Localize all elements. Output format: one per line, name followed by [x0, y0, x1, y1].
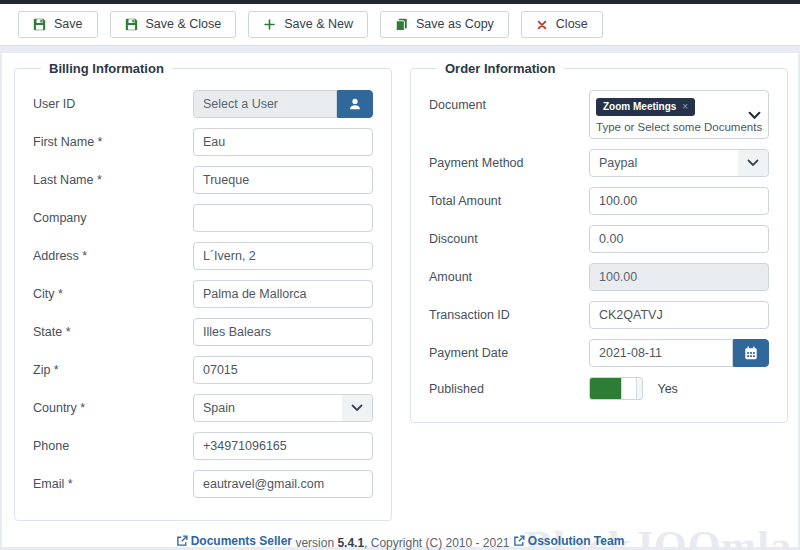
total-amount-row: Total Amount: [429, 187, 769, 215]
document-placeholder: Type or Select some Documents: [596, 121, 762, 133]
first-name-input[interactable]: [193, 128, 373, 156]
transaction-id-row: Transaction ID: [429, 301, 769, 329]
transaction-id-label: Transaction ID: [429, 308, 589, 322]
billing-panel: Billing Information User ID First Name *…: [14, 61, 392, 521]
external-link-icon: [513, 535, 525, 547]
document-tag: Zoom Meetings ×: [596, 98, 695, 116]
published-value: Yes: [657, 382, 677, 396]
close-icon: [536, 19, 548, 31]
documents-seller-link-label: Documents Seller: [191, 534, 292, 548]
order-panel: Order Information Document Zoom Meetings…: [410, 61, 788, 423]
document-multiselect[interactable]: Zoom Meetings × Type or Select some Docu…: [589, 90, 769, 139]
chevron-down-icon: [748, 111, 761, 120]
save-new-button[interactable]: Save & New: [248, 11, 368, 38]
user-icon: [348, 97, 362, 111]
main-content: Billing Information User ID First Name *…: [2, 53, 798, 547]
city-label: City *: [33, 287, 193, 301]
phone-label: Phone: [33, 439, 193, 453]
order-legend: Order Information: [437, 61, 564, 76]
phone-input[interactable]: [193, 432, 373, 460]
plus-icon: [263, 18, 276, 31]
first-name-row: First Name *: [33, 128, 373, 156]
published-row: Published Yes: [429, 377, 769, 400]
user-id-row: User ID: [33, 90, 373, 118]
published-toggle[interactable]: [589, 377, 643, 400]
amount-input: [589, 263, 769, 291]
state-row: State *: [33, 318, 373, 346]
save-copy-button-label: Save as Copy: [416, 18, 494, 31]
save-icon: [33, 18, 46, 31]
transaction-id-input[interactable]: [589, 301, 769, 329]
billing-legend: Billing Information: [41, 61, 172, 76]
payment-date-label: Payment Date: [429, 346, 589, 360]
toolbar: Save Save & Close Save & New Save as Cop…: [0, 4, 800, 46]
address-input[interactable]: [193, 242, 373, 270]
total-amount-label: Total Amount: [429, 194, 589, 208]
zip-row: Zip *: [33, 356, 373, 384]
save-close-button-label: Save & Close: [146, 18, 222, 31]
toggle-knob: [621, 378, 637, 399]
footer: BlackJOOmla Documents Seller version 5.4…: [14, 530, 786, 550]
country-label: Country *: [33, 401, 193, 415]
toggle-on-segment: [590, 378, 621, 399]
zip-input[interactable]: [193, 356, 373, 384]
country-select[interactable]: Spain: [193, 394, 373, 422]
document-label: Document: [429, 90, 589, 112]
form-panels: Billing Information User ID First Name *…: [14, 61, 786, 521]
remove-tag-icon[interactable]: ×: [682, 102, 688, 112]
city-row: City *: [33, 280, 373, 308]
first-name-label: First Name *: [33, 135, 193, 149]
last-name-row: Last Name *: [33, 166, 373, 194]
discount-label: Discount: [429, 232, 589, 246]
email-row: Email *: [33, 470, 373, 498]
documents-seller-link[interactable]: Documents Seller: [176, 534, 292, 548]
select-user-button[interactable]: [337, 90, 373, 118]
company-input[interactable]: [193, 204, 373, 232]
chevron-down-icon: [738, 150, 768, 176]
state-label: State *: [33, 325, 193, 339]
footer-text: Documents Seller version 5.4.1, Copyrigh…: [14, 530, 786, 550]
footer-version-text: version: [295, 536, 334, 550]
amount-row: Amount: [429, 263, 769, 291]
close-button-label: Close: [556, 18, 588, 31]
state-input[interactable]: [193, 318, 373, 346]
city-input[interactable]: [193, 280, 373, 308]
company-label: Company: [33, 211, 193, 225]
address-row: Address *: [33, 242, 373, 270]
external-link-icon: [176, 535, 188, 547]
save-icon: [125, 18, 138, 31]
payment-method-row: Payment Method Paypal: [429, 149, 769, 177]
footer-version-number: 5.4.1: [337, 536, 364, 550]
company-row: Company: [33, 204, 373, 232]
save-button[interactable]: Save: [18, 11, 98, 38]
copy-icon: [395, 18, 408, 31]
payment-date-input[interactable]: [589, 339, 733, 367]
discount-row: Discount: [429, 225, 769, 253]
email-input[interactable]: [193, 470, 373, 498]
ossolution-team-link-label: Ossolution Team: [528, 534, 624, 548]
address-label: Address *: [33, 249, 193, 263]
save-copy-button[interactable]: Save as Copy: [380, 11, 509, 38]
save-close-button[interactable]: Save & Close: [110, 11, 237, 38]
save-button-label: Save: [54, 18, 83, 31]
document-tag-label: Zoom Meetings: [603, 102, 676, 112]
chevron-down-icon: [342, 395, 372, 421]
user-id-label: User ID: [33, 97, 193, 111]
save-new-button-label: Save & New: [284, 18, 353, 31]
published-label: Published: [429, 382, 589, 396]
payment-method-select[interactable]: Paypal: [589, 149, 769, 177]
email-label: Email *: [33, 477, 193, 491]
calendar-icon: [744, 346, 758, 360]
last-name-input[interactable]: [193, 166, 373, 194]
total-amount-input[interactable]: [589, 187, 769, 215]
close-button[interactable]: Close: [521, 11, 603, 38]
user-id-input: [193, 90, 337, 118]
payment-date-row: Payment Date: [429, 339, 769, 367]
discount-input[interactable]: [589, 225, 769, 253]
ossolution-team-link[interactable]: Ossolution Team: [513, 534, 624, 548]
country-row: Country * Spain: [33, 394, 373, 422]
footer-copyright-text: , Copyright (C) 2010 - 2021: [364, 536, 509, 550]
payment-method-label: Payment Method: [429, 156, 589, 170]
calendar-button[interactable]: [733, 339, 769, 367]
last-name-label: Last Name *: [33, 173, 193, 187]
